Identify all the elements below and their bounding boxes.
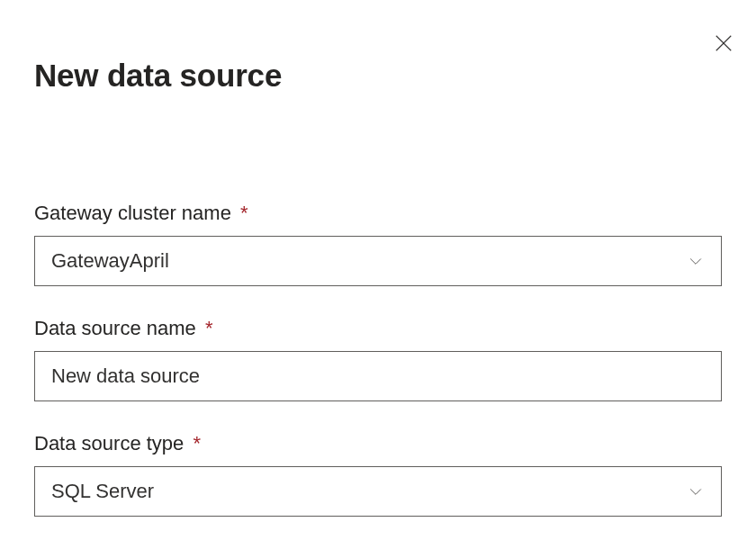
data-source-name-input[interactable] <box>34 351 722 401</box>
data-source-name-group: Data source name * <box>34 317 722 401</box>
data-source-type-label-text: Data source type <box>34 432 184 454</box>
close-icon <box>714 33 734 53</box>
gateway-cluster-select[interactable]: GatewayApril <box>34 236 722 286</box>
required-indicator: * <box>193 432 201 454</box>
data-source-type-select[interactable]: SQL Server <box>34 466 722 517</box>
chevron-down-icon <box>687 482 705 500</box>
data-source-name-label-text: Data source name <box>34 317 196 339</box>
gateway-cluster-group: Gateway cluster name * GatewayApril <box>34 202 722 286</box>
required-indicator: * <box>240 202 248 224</box>
close-button[interactable] <box>707 27 740 59</box>
data-source-type-value: SQL Server <box>51 480 154 503</box>
chevron-down-icon <box>687 252 705 270</box>
dialog-title: New data source <box>34 58 722 94</box>
data-source-type-group: Data source type * SQL Server <box>34 432 722 517</box>
gateway-cluster-label: Gateway cluster name * <box>34 202 722 225</box>
gateway-cluster-value: GatewayApril <box>51 249 169 273</box>
data-source-name-label: Data source name * <box>34 317 722 340</box>
required-indicator: * <box>205 317 213 339</box>
data-source-type-label: Data source type * <box>34 432 722 455</box>
gateway-cluster-label-text: Gateway cluster name <box>34 202 231 224</box>
new-data-source-dialog: New data source Gateway cluster name * G… <box>0 0 756 517</box>
